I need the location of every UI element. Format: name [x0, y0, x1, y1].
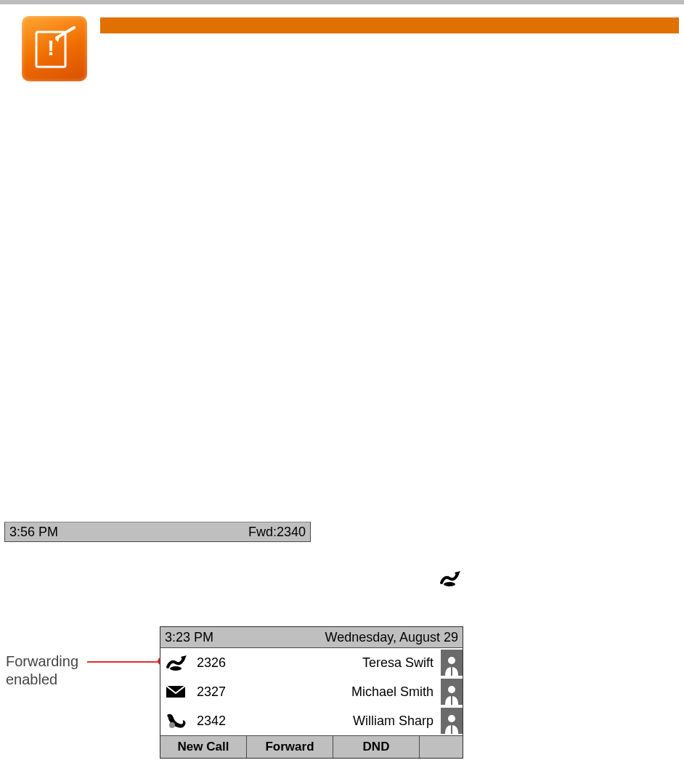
extension-label: 2342: [197, 714, 226, 729]
date-label: Wednesday, August 29: [325, 630, 458, 645]
svg-rect-15: [451, 725, 452, 734]
voicemail-icon: [165, 683, 187, 700]
annotation-line1: Forwarding: [6, 652, 78, 671]
softkey-forward[interactable]: Forward: [247, 736, 333, 758]
avatar-icon: [441, 708, 463, 734]
phone-status-bar-1: 3:56 PM Fwd:2340: [4, 522, 311, 542]
softkey-empty[interactable]: [420, 736, 463, 758]
svg-point-5: [444, 582, 455, 586]
softkey-dnd[interactable]: DND: [333, 736, 420, 758]
contact-name-label: Teresa Swift: [362, 655, 433, 671]
phone-screen: 3:23 PM Wednesday, August 29 2326 Teresa…: [160, 626, 463, 759]
annotation-leader-line: [87, 661, 160, 663]
forward-status-label: Fwd:2340: [248, 525, 306, 540]
line-row[interactable]: 2326 Teresa Swift: [160, 648, 463, 677]
line-row[interactable]: 2327 Michael Smith: [160, 677, 463, 706]
missed-call-icon: [165, 712, 187, 730]
extension-label: 2326: [197, 655, 226, 671]
forward-enabled-icon: [439, 570, 460, 587]
annotation-label: Forwarding enabled: [6, 652, 78, 689]
annotation-line2: enabled: [6, 671, 78, 689]
softkey-bar: New Call Forward DND: [160, 735, 463, 758]
svg-text:!: !: [47, 36, 54, 60]
svg-point-7: [170, 666, 182, 671]
phone-status-bar-2: 3:23 PM Wednesday, August 29: [160, 627, 463, 648]
time-label: 3:56 PM: [9, 525, 58, 540]
avatar-icon: [441, 679, 463, 705]
forward-enabled-icon: [165, 654, 187, 671]
svg-rect-12: [451, 696, 452, 705]
softkey-new-call[interactable]: New Call: [160, 736, 247, 758]
svg-rect-9: [451, 667, 452, 676]
note-badge-icon: !: [22, 16, 87, 81]
note-heading-bar: [100, 17, 679, 33]
contact-name-label: Michael Smith: [351, 684, 433, 700]
page-top-rule: [0, 0, 684, 4]
contact-name-label: William Sharp: [353, 714, 433, 729]
extension-label: 2327: [197, 684, 226, 700]
svg-point-8: [448, 657, 455, 664]
svg-point-11: [448, 686, 455, 693]
avatar-icon: [441, 650, 463, 676]
svg-point-14: [448, 715, 455, 722]
line-row[interactable]: 2342 William Sharp: [160, 706, 463, 735]
time-label: 3:23 PM: [165, 630, 213, 645]
svg-point-13: [169, 722, 175, 728]
